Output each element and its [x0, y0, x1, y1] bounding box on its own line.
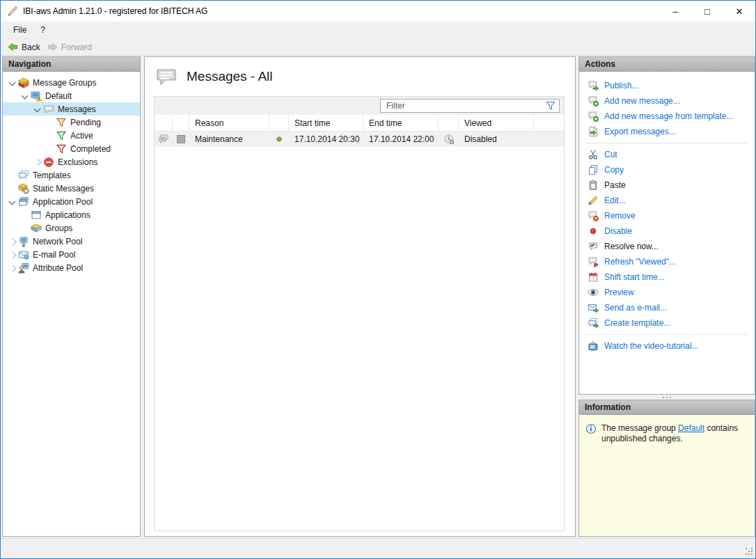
cell-start-time: 17.10.2014 20:30 [289, 134, 363, 144]
action-shift-start-time[interactable]: Shift start time... [579, 269, 755, 285]
tree-item-attribute-pool[interactable]: Attribute Pool [3, 261, 140, 274]
tree-item-active[interactable]: Active [3, 129, 140, 142]
back-button[interactable]: Back [6, 40, 45, 54]
column-reason[interactable]: Reason [189, 115, 269, 131]
action-resolve-now[interactable]: Resolve now... [579, 239, 755, 254]
message-color-swatch [175, 134, 187, 145]
action-refresh-viewed[interactable]: Refresh "Viewed"... [579, 254, 755, 269]
tree-item-default[interactable]: Default [3, 89, 140, 102]
column-start-time[interactable]: Start time [289, 115, 363, 131]
cell-end-time: 17.10.2014 22:00 [363, 134, 439, 144]
tree-item-email-pool[interactable]: E-mail Pool [3, 248, 140, 261]
action-preview[interactable]: Preview [579, 285, 755, 300]
chevron-right-icon[interactable] [7, 236, 18, 247]
message-group-warning-icon [31, 90, 42, 102]
filter-completed-icon [56, 143, 67, 155]
active-status-dot-icon [274, 134, 285, 145]
filter-input[interactable] [386, 101, 546, 111]
remove-icon [588, 210, 599, 221]
table-header: Reason Start time End time Viewed [155, 115, 564, 132]
column-type[interactable] [155, 115, 173, 131]
column-viewed[interactable]: Viewed [459, 115, 534, 131]
column-end-time[interactable]: End time [363, 115, 439, 131]
information-header: Information [579, 400, 755, 415]
calendar-icon [588, 271, 599, 283]
column-viewed-icon[interactable] [439, 115, 459, 131]
menu-file[interactable]: File [6, 23, 33, 37]
table-row[interactable]: Maintenance 17.10.2014 20:30 17.10.2014 … [155, 132, 564, 147]
action-add-new-message[interactable]: Add new message... [579, 93, 755, 109]
create-template-icon [588, 317, 599, 329]
filter-bar [155, 97, 564, 115]
tree-item-application-pool[interactable]: Application Pool [3, 195, 140, 208]
chevron-right-icon[interactable] [32, 157, 43, 168]
action-paste[interactable]: Paste [579, 178, 755, 193]
action-cut[interactable]: Cut [579, 147, 755, 162]
tree-item-pending[interactable]: Pending [3, 116, 140, 129]
tree-item-groups[interactable]: Groups [3, 221, 140, 235]
app-icon [7, 6, 18, 17]
paste-icon [588, 180, 599, 191]
chevron-down-icon[interactable] [7, 196, 18, 207]
chevron-down-icon[interactable] [7, 77, 18, 88]
chevron-down-icon[interactable] [19, 90, 31, 102]
forward-button[interactable]: Forward [45, 40, 97, 54]
cell-viewed: Disabled [459, 134, 534, 144]
page-title-block: Messages - All [155, 65, 273, 88]
tree-item-message-groups[interactable]: Message Groups [3, 76, 140, 89]
toolbar: Back Forward [1, 39, 755, 56]
exclusions-icon [43, 157, 54, 168]
tree-item-messages[interactable]: Messages [3, 102, 140, 116]
export-icon [588, 126, 599, 137]
minimize-button[interactable]: – [659, 1, 691, 22]
action-add-message-from-template[interactable]: Add new message from template... [579, 109, 755, 124]
maximize-button[interactable]: □ [691, 1, 723, 22]
action-remove[interactable]: Remove [579, 208, 755, 223]
chevron-right-icon[interactable] [7, 262, 18, 274]
action-copy[interactable]: Copy [579, 162, 755, 178]
action-disable[interactable]: Disable [579, 223, 755, 239]
column-status[interactable] [269, 115, 289, 131]
tree-item-network-pool[interactable]: Network Pool [3, 235, 140, 248]
disable-icon [588, 226, 599, 237]
app-window: IBI-aws Admin 1.21.0 - registered for IB… [0, 0, 756, 559]
tree-item-static-messages[interactable]: Static Messages [3, 182, 140, 195]
back-arrow-icon [8, 42, 18, 52]
tv-icon [588, 340, 599, 352]
email-pool-icon [18, 249, 29, 260]
tree-item-templates[interactable]: Templates [3, 168, 140, 182]
resize-grip-icon[interactable] [745, 548, 753, 556]
action-edit[interactable]: Edit... [579, 193, 755, 208]
action-send-as-email[interactable]: Send as e-mail... [579, 300, 755, 315]
filter-funnel-icon[interactable] [546, 101, 556, 111]
window-title: IBI-aws Admin 1.21.0 - registered for IB… [23, 6, 207, 16]
add-message-icon [588, 95, 599, 107]
action-watch-video-tutorial[interactable]: Watch the video-tutorial... [579, 338, 755, 354]
action-create-template[interactable]: Create template... [579, 315, 755, 331]
main-panel: Messages - All Reason Start time End tim… [144, 56, 576, 537]
message-groups-icon [18, 77, 29, 88]
panel-splitter[interactable] [578, 395, 755, 400]
filter-active-icon [56, 130, 67, 141]
filter-box[interactable] [380, 99, 560, 113]
tree-item-exclusions[interactable]: Exclusions [3, 155, 140, 168]
cut-icon [588, 149, 599, 160]
actions-header: Actions [579, 57, 755, 72]
action-publish[interactable]: Publish... [579, 78, 755, 93]
static-messages-icon [18, 183, 29, 194]
cell-reason: Maintenance [189, 134, 269, 144]
message-type-icon [158, 134, 169, 145]
default-group-link[interactable]: Default [678, 423, 704, 433]
column-color[interactable] [173, 115, 189, 131]
publish-icon [588, 80, 599, 91]
chevron-right-icon[interactable] [7, 249, 18, 260]
messages-large-icon [155, 65, 178, 88]
chevron-down-icon[interactable] [32, 104, 43, 115]
action-export-messages[interactable]: Export messages... [579, 124, 755, 139]
menu-help[interactable]: ? [33, 23, 52, 37]
tree-item-completed[interactable]: Completed [3, 142, 140, 155]
resolve-icon [588, 241, 599, 252]
tree-item-applications[interactable]: Applications [3, 208, 140, 221]
attribute-pool-icon [18, 262, 29, 274]
close-button[interactable]: ✕ [723, 1, 755, 22]
